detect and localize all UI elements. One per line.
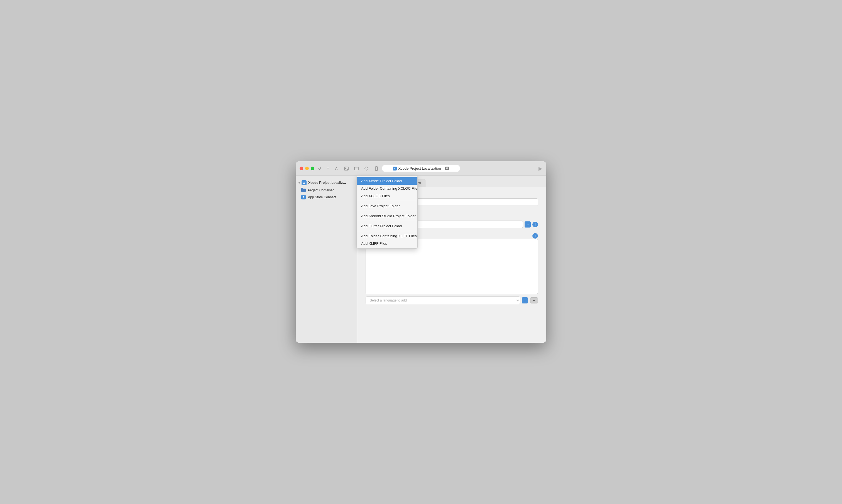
sidebar-chevron-icon[interactable]: ▾	[298, 181, 300, 184]
close-button[interactable]	[299, 167, 303, 170]
main-window: ↺ + A	[296, 161, 546, 343]
project-icon: X	[393, 167, 397, 170]
add-button[interactable]: +	[325, 165, 331, 172]
remove-language-button[interactable]: −	[530, 297, 538, 304]
menu-item-add-xliff[interactable]: Add XLIFF Files	[357, 240, 417, 247]
language-add-chevron[interactable]: ⌄	[522, 297, 528, 304]
svg-point-3	[365, 167, 368, 170]
titlebar: ↺ + A	[296, 161, 546, 176]
bottom-row: Select a language to add ⌄ −	[365, 296, 538, 304]
title-text: Xcode Project Localization	[398, 166, 441, 170]
menu-separator-2	[357, 211, 417, 211]
maximize-button[interactable]	[311, 167, 314, 170]
sidebar: ▾ X Xcode Project Localization Project C…	[296, 176, 357, 343]
refresh-icon[interactable]: ↺	[317, 166, 322, 171]
image-icon[interactable]	[344, 166, 349, 171]
menu-item-add-flutter[interactable]: Add Flutter Project Folder	[357, 222, 417, 230]
svg-point-1	[345, 167, 346, 168]
menu-item-add-android[interactable]: Add Android Studio Project Folder	[357, 212, 417, 220]
menu-separator-4	[357, 231, 417, 231]
target-languages-info-icon[interactable]: i	[532, 233, 538, 239]
sidebar-item-label: Project Container	[308, 188, 334, 192]
menu-separator-1	[357, 201, 417, 201]
menu-item-add-java[interactable]: Add Java Project Folder	[357, 202, 417, 210]
menu-item-add-xcloc[interactable]: Add XCLOC Files	[357, 192, 417, 200]
mobile-icon[interactable]	[374, 166, 379, 171]
menu-item-add-xcode[interactable]: Add Xcode Project Folder	[357, 177, 417, 185]
folder-icon	[301, 188, 306, 192]
minimize-button[interactable]	[305, 167, 309, 170]
default-language-chevron[interactable]: ⌄	[525, 221, 531, 228]
default-language-info-icon[interactable]: i	[532, 222, 538, 227]
language-add-row: Select a language to add ⌄	[365, 296, 528, 304]
run-button[interactable]: ▶	[538, 165, 543, 172]
sidebar-header: ▾ X Xcode Project Localization	[296, 179, 357, 187]
traffic-lights	[299, 167, 314, 170]
sidebar-item-project-container[interactable]: Project Container	[296, 187, 357, 194]
svg-rect-2	[355, 167, 358, 170]
activity-badge: 0	[445, 167, 449, 170]
circle-icon[interactable]	[364, 166, 369, 171]
sidebar-project-label: Xcode Project Localization	[308, 181, 347, 185]
main-content: ▾ X Xcode Project Localization Project C…	[296, 176, 546, 343]
title-pill: X Xcode Project Localization 0	[382, 165, 460, 172]
sidebar-project-icon: X	[302, 180, 307, 185]
dropdown-menu: Add Xcode Project Folder Add Folder Cont…	[356, 176, 418, 249]
app-store-icon: A	[301, 195, 306, 199]
language-add-select[interactable]: Select a language to add	[365, 296, 520, 304]
menu-item-add-xliff-folder[interactable]: Add Folder Containing XLIFF Files	[357, 232, 417, 240]
rect-icon[interactable]	[354, 166, 359, 171]
menu-separator-3	[357, 221, 417, 221]
sidebar-item-app-store-connect[interactable]: A App Store Connect	[296, 194, 357, 201]
sidebar-item-label: App Store Connect	[308, 195, 336, 199]
text-icon[interactable]: A	[334, 166, 339, 171]
toolbar-icons: A	[334, 166, 379, 171]
menu-item-add-xcloc-folder[interactable]: Add Folder Containing XCLOC Files	[357, 185, 417, 192]
